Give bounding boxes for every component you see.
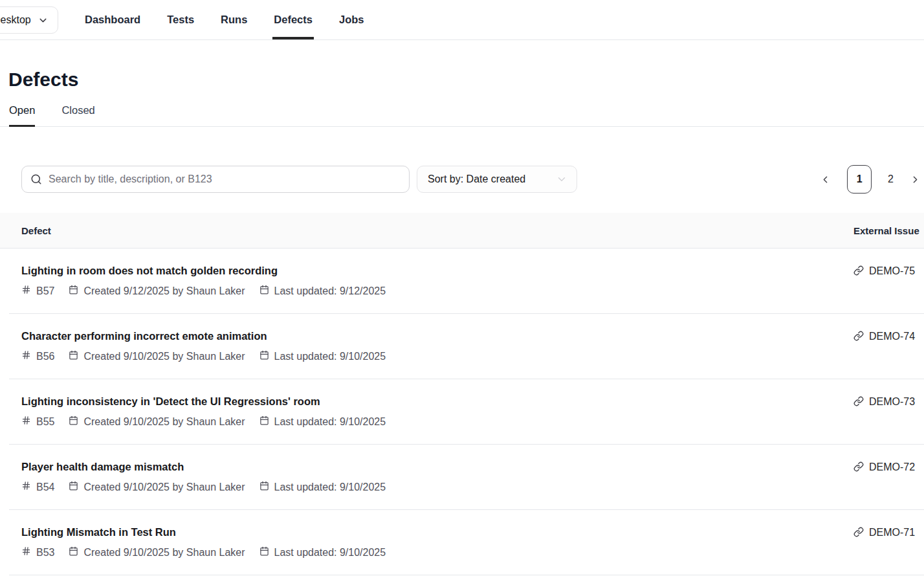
link-icon bbox=[853, 264, 864, 279]
calendar-icon bbox=[259, 546, 269, 559]
column-header-external-issue: External Issue bbox=[853, 225, 924, 236]
defect-id: B55 bbox=[21, 415, 54, 428]
calendar-icon bbox=[259, 415, 269, 428]
nav-item-runs[interactable]: Runs bbox=[221, 0, 247, 39]
pagination: 1 2 bbox=[820, 165, 921, 194]
defect-list: Lighting in room does not match golden r… bbox=[0, 249, 924, 575]
updated-info: Last updated: 9/10/2025 bbox=[259, 350, 386, 362]
updated-info: Last updated: 9/10/2025 bbox=[259, 415, 386, 428]
created-info: Created 9/10/2025 by Shaun Laker bbox=[69, 350, 245, 362]
tab-closed[interactable]: Closed bbox=[61, 104, 94, 126]
nav-item-jobs[interactable]: Jobs bbox=[339, 0, 364, 39]
external-issue-label: DEMO-72 bbox=[869, 460, 915, 474]
external-issue-label: DEMO-75 bbox=[869, 264, 915, 278]
tab-open[interactable]: Open bbox=[9, 104, 35, 126]
defect-cell: Lighting Mismatch in Test Run B53 Create… bbox=[21, 526, 386, 575]
external-issue-link[interactable]: DEMO-73 bbox=[853, 395, 924, 445]
defect-id: B56 bbox=[21, 350, 54, 362]
defect-meta: B57 Created 9/12/2025 by Shaun Laker Las… bbox=[21, 285, 386, 297]
external-issue-label: DEMO-73 bbox=[869, 395, 915, 408]
created-label: Created 9/10/2025 by Shaun Laker bbox=[83, 351, 245, 362]
external-issue-label: DEMO-74 bbox=[869, 329, 915, 343]
defect-title[interactable]: Lighting in room does not match golden r… bbox=[21, 264, 386, 278]
table-row[interactable]: Lighting inconsistency in 'Detect the UI… bbox=[0, 379, 924, 445]
created-info: Created 9/12/2025 by Shaun Laker bbox=[69, 285, 245, 297]
calendar-icon bbox=[259, 481, 269, 493]
nav-item-defects[interactable]: Defects bbox=[274, 0, 313, 39]
external-issue-label: DEMO-71 bbox=[869, 526, 915, 539]
calendar-icon bbox=[259, 285, 269, 297]
defects-table: Defect External Issue Lighting in room d… bbox=[0, 213, 924, 575]
defect-title[interactable]: Lighting Mismatch in Test Run bbox=[21, 526, 386, 539]
next-page-button[interactable] bbox=[910, 174, 921, 185]
hash-icon bbox=[21, 285, 31, 297]
column-header-defect: Defect bbox=[21, 225, 51, 236]
page-button-2[interactable]: 2 bbox=[888, 173, 894, 185]
nav-item-dashboard[interactable]: Dashboard bbox=[85, 0, 140, 39]
created-label: Created 9/10/2025 by Shaun Laker bbox=[83, 416, 245, 428]
defect-id: B54 bbox=[21, 481, 54, 493]
main-nav: Dashboard Tests Runs Defects Jobs bbox=[85, 0, 364, 39]
defect-cell: Player health damage mismatch B54 Create… bbox=[21, 460, 386, 510]
external-issue-link[interactable]: DEMO-71 bbox=[853, 526, 924, 575]
search-box bbox=[21, 166, 410, 193]
table-row[interactable]: Lighting in room does not match golden r… bbox=[0, 249, 924, 314]
external-issue-link[interactable]: DEMO-74 bbox=[853, 329, 924, 379]
defect-meta: B53 Created 9/10/2025 by Shaun Laker Las… bbox=[21, 546, 386, 559]
updated-info: Last updated: 9/12/2025 bbox=[259, 285, 386, 297]
updated-info: Last updated: 9/10/2025 bbox=[259, 546, 386, 559]
updated-label: Last updated: 9/12/2025 bbox=[274, 285, 386, 297]
table-row[interactable]: Lighting Mismatch in Test Run B53 Create… bbox=[0, 510, 924, 575]
sort-dropdown[interactable]: Sort by: Date created bbox=[417, 166, 577, 193]
updated-label: Last updated: 9/10/2025 bbox=[274, 547, 386, 559]
hash-icon bbox=[21, 546, 31, 559]
external-issue-link[interactable]: DEMO-75 bbox=[853, 264, 924, 314]
link-icon bbox=[853, 395, 864, 410]
calendar-icon bbox=[69, 285, 78, 297]
defect-id-label: B55 bbox=[36, 416, 54, 428]
list-controls: Sort by: Date created 1 2 bbox=[0, 166, 924, 193]
top-navigation: Desktop Dashboard Tests Runs Defects Job… bbox=[0, 0, 924, 40]
chevron-down-icon bbox=[556, 173, 567, 185]
defect-title[interactable]: Character performing incorrect emote ani… bbox=[21, 329, 386, 343]
project-selector[interactable]: Desktop bbox=[0, 6, 58, 34]
link-icon bbox=[853, 460, 864, 475]
defect-id-label: B57 bbox=[36, 285, 54, 297]
table-row[interactable]: Character performing incorrect emote ani… bbox=[0, 314, 924, 379]
calendar-icon bbox=[69, 350, 78, 362]
table-row[interactable]: Player health damage mismatch B54 Create… bbox=[0, 445, 924, 510]
defect-id-label: B53 bbox=[36, 547, 54, 559]
defect-meta: B55 Created 9/10/2025 by Shaun Laker Las… bbox=[21, 415, 386, 428]
calendar-icon bbox=[69, 481, 78, 493]
status-tabs: Open Closed bbox=[0, 104, 924, 127]
defect-title[interactable]: Player health damage mismatch bbox=[21, 460, 386, 474]
defect-id-label: B54 bbox=[36, 482, 54, 493]
defect-id: B53 bbox=[21, 546, 54, 559]
updated-label: Last updated: 9/10/2025 bbox=[274, 351, 386, 362]
created-info: Created 9/10/2025 by Shaun Laker bbox=[69, 481, 245, 493]
defect-meta: B54 Created 9/10/2025 by Shaun Laker Las… bbox=[21, 481, 386, 493]
external-issue-link[interactable]: DEMO-72 bbox=[853, 460, 924, 510]
link-icon bbox=[853, 329, 864, 344]
project-selector-label: Desktop bbox=[0, 14, 31, 26]
chevron-down-icon bbox=[38, 15, 49, 26]
search-input[interactable] bbox=[21, 166, 410, 193]
previous-page-button[interactable] bbox=[820, 174, 831, 185]
defects-page: Defects Open Closed Sort by: Date create… bbox=[0, 69, 924, 575]
created-label: Created 9/10/2025 by Shaun Laker bbox=[83, 547, 245, 559]
created-label: Created 9/12/2025 by Shaun Laker bbox=[83, 285, 245, 297]
page-title: Defects bbox=[8, 69, 924, 91]
calendar-icon bbox=[69, 415, 78, 428]
updated-label: Last updated: 9/10/2025 bbox=[274, 416, 386, 428]
defect-cell: Lighting inconsistency in 'Detect the UI… bbox=[21, 395, 386, 445]
defect-meta: B56 Created 9/10/2025 by Shaun Laker Las… bbox=[21, 350, 386, 362]
defect-id-label: B56 bbox=[36, 351, 54, 362]
page-button-1[interactable]: 1 bbox=[847, 165, 872, 194]
created-info: Created 9/10/2025 by Shaun Laker bbox=[69, 546, 245, 559]
hash-icon bbox=[21, 350, 31, 362]
updated-label: Last updated: 9/10/2025 bbox=[274, 482, 386, 493]
defect-title[interactable]: Lighting inconsistency in 'Detect the UI… bbox=[21, 395, 386, 408]
table-header: Defect External Issue bbox=[0, 213, 924, 249]
hash-icon bbox=[21, 415, 31, 428]
nav-item-tests[interactable]: Tests bbox=[167, 0, 194, 39]
